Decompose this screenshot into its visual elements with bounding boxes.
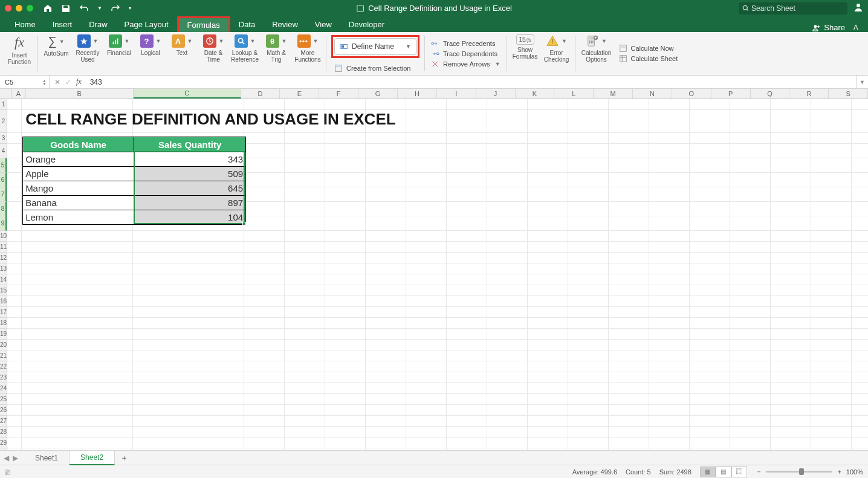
row-header[interactable]: 29 [0,437,7,448]
formula-input[interactable]: 343 [86,76,856,88]
row-header[interactable]: 25 [0,394,7,405]
spreadsheet-grid[interactable]: ABCDEFGHIJKLMNOPQRS 12345678910111213141… [0,89,868,450]
column-header[interactable]: H [398,89,437,98]
column-header[interactable]: A [11,89,25,98]
row-header[interactable]: 1 [0,99,7,110]
maximize-window-button[interactable] [27,5,33,11]
financial-button[interactable]: ▼ Financial [103,32,135,75]
zoom-slider[interactable] [766,471,832,473]
create-from-selection-button[interactable]: Create from Selection [331,64,410,73]
zoom-in-button[interactable]: ＋ [836,467,843,476]
cell-goods[interactable]: Mango [23,181,134,195]
more-functions-button[interactable]: •••▼ More Functions [292,32,323,75]
table-header[interactable]: Goods Name [23,137,134,152]
cell-qty[interactable]: 897 [134,196,245,210]
row-header[interactable]: 17 [0,307,7,318]
tab-view[interactable]: View [306,16,340,32]
calculate-sheet-button[interactable]: Calculate Sheet [619,54,678,63]
close-window-button[interactable] [5,5,11,11]
qat-customize-icon[interactable]: ▾ [129,5,131,11]
tab-data[interactable]: Data [230,16,264,32]
column-header[interactable]: O [672,89,711,98]
column-header[interactable]: Q [751,89,790,98]
tab-developer[interactable]: Developer [340,16,393,32]
calculation-options-button[interactable]: ▼ Calculation Options [578,32,615,75]
share-button[interactable]: Share [808,23,850,32]
row-header[interactable]: 12 [0,253,7,263]
recently-used-button[interactable]: ★▼ Recently Used [72,32,103,75]
row-header[interactable]: 13 [0,263,7,274]
add-sheet-button[interactable]: ＋ [115,453,133,463]
table-row[interactable]: Mango645 [23,181,245,195]
confirm-edit-icon[interactable]: ✓ [65,78,71,86]
sheet-nav-next-icon[interactable]: ▶ [13,454,18,462]
fx-icon[interactable]: fx [76,77,82,86]
home-icon[interactable] [43,4,53,13]
row-header[interactable]: 28 [0,427,7,437]
row-header[interactable]: 16 [0,296,7,307]
column-header[interactable]: F [319,89,358,98]
error-checking-button[interactable]: !▼ Error Checking [541,32,572,75]
row-header[interactable]: 4 [0,144,7,158]
row-header[interactable]: 19 [0,329,7,340]
cell-goods[interactable]: Apple [23,167,134,181]
define-name-button[interactable]: Define Name▼ [334,38,416,55]
row-header[interactable]: 5 [0,158,7,173]
tab-page-layout[interactable]: Page Layout [116,16,177,32]
row-header[interactable]: 20 [0,340,7,350]
column-header[interactable]: K [516,89,555,98]
date-time-button[interactable]: ▼ Date & Time [198,32,229,75]
name-box[interactable]: C5 ▲▼ [0,76,50,88]
cell-goods[interactable]: Orange [23,152,134,166]
sheet-tab-sheet1[interactable]: Sheet1 [24,451,70,465]
lookup-reference-button[interactable]: ▼ Lookup & Reference [229,32,261,75]
undo-dropdown-icon[interactable]: ▼ [97,5,102,11]
row-header[interactable]: 27 [0,416,7,427]
show-formulas-button[interactable]: 15/fx Show Formulas [510,32,541,75]
cell-qty[interactable]: 509 [134,167,245,181]
sheet-tab-sheet2[interactable]: Sheet2 [70,451,115,465]
column-header[interactable]: L [554,89,594,98]
column-header[interactable]: S [829,89,868,98]
row-header[interactable]: 7 [0,187,7,202]
cell-goods[interactable]: Banana [23,196,134,210]
sheet-nav-prev-icon[interactable]: ◀ [4,454,9,462]
row-header[interactable]: 30 [0,448,7,450]
row-header[interactable]: 24 [0,383,7,394]
remove-arrows-button[interactable]: Remove Arrows▼ [431,60,500,68]
table-row[interactable]: Apple509 [23,166,245,181]
macro-record-icon[interactable]: ⎚ [5,467,10,477]
zoom-level[interactable]: 100% [846,468,863,476]
trace-dependents-button[interactable]: Trace Dependents [431,50,500,58]
tab-home[interactable]: Home [6,16,44,32]
row-header[interactable]: 11 [0,242,7,253]
row-header[interactable]: 6 [0,173,7,187]
insert-function-button[interactable]: fx Insert Function [4,32,35,75]
column-header[interactable]: P [711,89,751,98]
column-header[interactable]: B [26,89,134,98]
row-header[interactable]: 22 [0,361,7,372]
row-header[interactable]: 26 [0,405,7,416]
cancel-edit-icon[interactable]: ✕ [54,78,60,86]
trace-precedents-button[interactable]: Trace Precedents [431,39,500,48]
minimize-window-button[interactable] [16,5,22,11]
undo-icon[interactable] [79,4,89,13]
column-header[interactable]: E [280,89,319,98]
table-row[interactable]: Orange343 [23,152,245,166]
cell-qty[interactable]: 343 [134,152,245,166]
autosum-button[interactable]: ∑▼ AutoSum [40,32,72,75]
page-break-view-button[interactable]: ⿴ [731,466,747,477]
row-header[interactable]: 23 [0,372,7,383]
cell-qty[interactable]: 645 [134,181,245,195]
zoom-out-button[interactable]: － [756,467,762,476]
tab-insert[interactable]: Insert [44,16,81,32]
expand-formula-bar-icon[interactable]: ▼ [856,76,868,88]
row-header[interactable]: 15 [0,285,7,296]
save-icon[interactable] [61,4,71,13]
column-header[interactable]: D [241,89,280,98]
table-row[interactable]: Banana897 [23,195,245,210]
column-header[interactable]: C [134,89,241,98]
row-header[interactable]: 18 [0,318,7,329]
math-trig-button[interactable]: θ▼ Math & Trig [261,32,292,75]
normal-view-button[interactable]: ▦ [700,466,716,477]
